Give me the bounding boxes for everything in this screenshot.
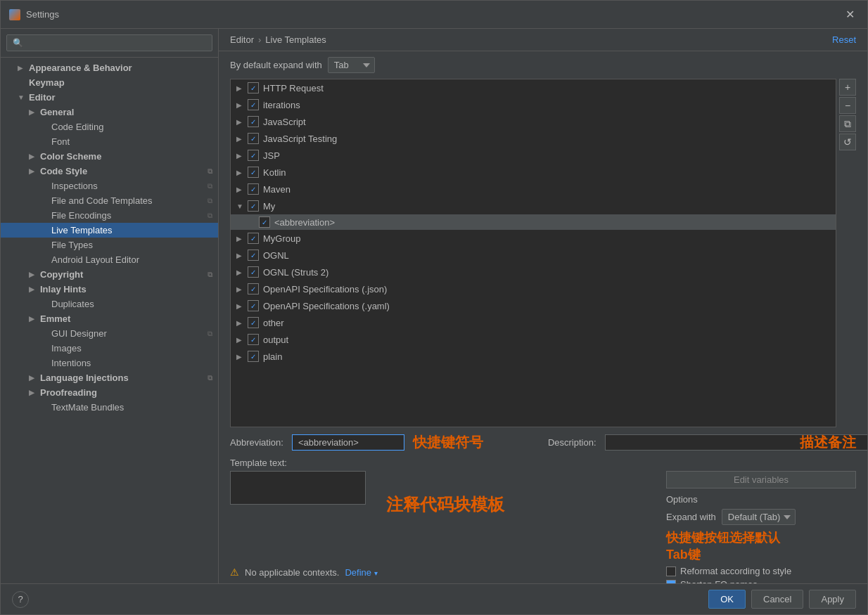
template-group-my[interactable]: ▼ ✓ My: [231, 198, 836, 214]
template-group-other[interactable]: ▶ ✓ other: [231, 314, 836, 331]
template-group-iterations[interactable]: ▶ ✓ iterations: [231, 96, 836, 113]
sidebar-item-editor[interactable]: ▼ Editor: [1, 90, 218, 105]
expand-with-select[interactable]: Tab Enter Space: [328, 57, 375, 73]
sidebar-item-file-code-templates[interactable]: File and Code Templates ⧉: [1, 193, 218, 208]
group-checkbox[interactable]: ✓: [248, 300, 259, 311]
template-group-ognl[interactable]: ▶ ✓ OGNL: [231, 247, 836, 264]
settings-dialog: Settings ✕ ▶ Appearance & Behavior Keyma…: [0, 0, 868, 615]
template-group-javascript[interactable]: ▶ ✓ JavaScript: [231, 113, 836, 130]
templates-list: ▶ ✓ HTTP Request ▶ ✓ iterations ▶ ✓ Java…: [230, 79, 836, 427]
help-button[interactable]: ?: [12, 591, 29, 608]
sidebar-item-intentions[interactable]: Intentions: [1, 356, 218, 370]
template-group-jsp[interactable]: ▶ ✓ JSP: [231, 147, 836, 164]
group-checkbox[interactable]: ✓: [248, 233, 259, 244]
sidebar-item-images[interactable]: Images: [1, 341, 218, 356]
group-label: OpenAPI Specifications (.json): [263, 284, 387, 294]
sidebar-item-file-types[interactable]: File Types: [1, 238, 218, 252]
group-checkbox[interactable]: ✓: [248, 317, 259, 328]
group-label: HTTP Request: [263, 83, 324, 93]
close-button[interactable]: ✕: [841, 6, 859, 22]
title-bar: Settings ✕: [1, 1, 867, 29]
group-arrow: ▶: [236, 302, 245, 310]
window-title: Settings: [26, 9, 841, 20]
template-group-openapi-yaml[interactable]: ▶ ✓ OpenAPI Specifications (.yaml): [231, 297, 836, 314]
sidebar-item-inlay-hints[interactable]: ▶ Inlay Hints: [1, 282, 218, 297]
sidebar-item-live-templates[interactable]: Live Templates: [1, 223, 218, 238]
sidebar-item-duplicates[interactable]: Duplicates: [1, 297, 218, 311]
ok-button[interactable]: OK: [708, 590, 746, 609]
expand-arrow: ▶: [29, 374, 37, 382]
options-label: Options: [666, 494, 856, 505]
sidebar-item-font[interactable]: Font: [1, 134, 218, 149]
group-label: OGNL (Struts 2): [263, 267, 328, 278]
sidebar-item-language-injections[interactable]: ▶ Language Injections ⧉: [1, 370, 218, 385]
search-box: [1, 29, 218, 58]
group-checkbox[interactable]: ✓: [248, 133, 259, 144]
template-group-mygroup[interactable]: ▶ ✓ MyGroup: [231, 230, 836, 247]
group-checkbox[interactable]: ✓: [248, 266, 259, 278]
sidebar-item-label: Inlay Hints: [40, 284, 87, 294]
template-item-abbreviation[interactable]: ✓ <abbreviation>: [231, 214, 836, 230]
template-group-maven[interactable]: ▶ ✓ Maven: [231, 181, 836, 198]
group-checkbox[interactable]: ✓: [248, 250, 259, 261]
sidebar-item-appearance[interactable]: ▶ Appearance & Behavior: [1, 60, 218, 75]
group-checkbox[interactable]: ✓: [248, 99, 259, 110]
template-group-plain[interactable]: ▶ ✓ plain: [231, 348, 836, 365]
sidebar-item-code-style[interactable]: ▶ Code Style ⧉: [1, 164, 218, 179]
group-arrow: ▶: [236, 135, 245, 143]
apply-button[interactable]: Apply: [809, 590, 856, 609]
revert-button[interactable]: ↺: [839, 134, 856, 150]
sidebar-item-label: File Types: [51, 240, 93, 250]
search-input[interactable]: [6, 34, 212, 51]
abbr-desc-row: Abbreviation: 快捷键符号 Description: 描述备注: [230, 433, 856, 452]
expand-with-options-select[interactable]: Default (Tab) Tab Enter Space: [722, 509, 796, 525]
sidebar-item-code-editing[interactable]: Code Editing: [1, 119, 218, 134]
sidebar-item-textmate-bundles[interactable]: TextMate Bundles: [1, 400, 218, 415]
sidebar-item-label: Inspections: [51, 181, 98, 191]
sidebar-item-android-layout-editor[interactable]: Android Layout Editor: [1, 252, 218, 267]
cancel-button[interactable]: Cancel: [751, 590, 803, 609]
template-group-javascript-testing[interactable]: ▶ ✓ JavaScript Testing: [231, 130, 836, 147]
template-group-ognl-struts[interactable]: ▶ ✓ OGNL (Struts 2): [231, 264, 836, 280]
sidebar-item-file-encodings[interactable]: File Encodings ⧉: [1, 208, 218, 223]
reset-button[interactable]: Reset: [832, 34, 856, 45]
remove-button[interactable]: −: [839, 97, 856, 114]
no-applicable-contexts: No applicable contexts.: [245, 567, 339, 578]
group-arrow: ▶: [236, 353, 245, 361]
template-group-output[interactable]: ▶ ✓ output: [231, 331, 836, 348]
group-checkbox[interactable]: ✓: [248, 167, 259, 178]
template-group-openapi-json[interactable]: ▶ ✓ OpenAPI Specifications (.json): [231, 280, 836, 297]
sidebar-item-label: Images: [51, 343, 82, 354]
sidebar-item-proofreading[interactable]: ▶ Proofreading: [1, 385, 218, 400]
sidebar-item-inspections[interactable]: Inspections ⧉: [1, 179, 218, 193]
copy-button[interactable]: ⧉: [839, 115, 856, 132]
define-label: Define: [345, 567, 371, 578]
sidebar-item-copyright[interactable]: ▶ Copyright ⧉: [1, 267, 218, 282]
abbreviation-input[interactable]: [292, 434, 404, 451]
group-arrow: ▶: [236, 152, 245, 160]
group-checkbox[interactable]: ✓: [248, 334, 259, 345]
sidebar-item-color-scheme[interactable]: ▶ Color Scheme: [1, 149, 218, 164]
sidebar: ▶ Appearance & Behavior Keymap ▼ Editor …: [1, 29, 219, 583]
item-checkbox[interactable]: ✓: [259, 216, 270, 228]
template-group-http[interactable]: ▶ ✓ HTTP Request: [231, 79, 836, 96]
group-checkbox[interactable]: ✓: [248, 82, 259, 93]
sidebar-item-gui-designer[interactable]: GUI Designer ⧉: [1, 326, 218, 341]
group-checkbox[interactable]: ✓: [248, 200, 259, 212]
template-group-kotlin[interactable]: ▶ ✓ Kotlin: [231, 164, 836, 181]
sidebar-item-label: Copyright: [40, 269, 83, 280]
sidebar-item-label: Emmet: [40, 313, 70, 324]
group-checkbox[interactable]: ✓: [248, 116, 259, 127]
sidebar-item-label: Appearance & Behavior: [29, 63, 132, 73]
sidebar-item-general[interactable]: ▶ General: [1, 105, 218, 119]
template-textarea[interactable]: [230, 471, 366, 505]
sidebar-item-emmet[interactable]: ▶ Emmet: [1, 311, 218, 326]
group-arrow: ▶: [236, 268, 245, 276]
add-button[interactable]: +: [839, 79, 856, 96]
sidebar-item-keymap[interactable]: Keymap: [1, 75, 218, 90]
group-checkbox[interactable]: ✓: [248, 150, 259, 161]
group-checkbox[interactable]: ✓: [248, 183, 259, 195]
define-link[interactable]: Define ▾: [345, 567, 377, 578]
group-checkbox[interactable]: ✓: [248, 351, 259, 362]
group-checkbox[interactable]: ✓: [248, 283, 259, 294]
